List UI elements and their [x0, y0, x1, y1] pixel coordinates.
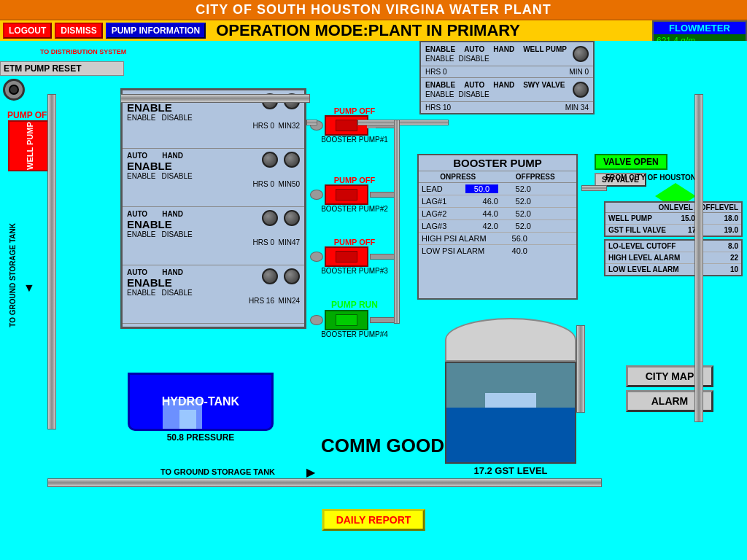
min-swy: MIN 34 — [565, 104, 589, 112]
well-pump-on: 15.0 — [681, 214, 694, 222]
enable-swy-enable: ENABLE — [425, 81, 455, 89]
bp4-status: PUMP RUN — [331, 300, 378, 310]
offlevel-header: OFFLEVEL — [700, 203, 738, 211]
booster-pump-4: PUMP RUN BOOSTER PUMP#4 — [310, 300, 399, 338]
lo-level-cutoff-label: LO-LEVEL CUTOFF — [608, 242, 676, 250]
bp4-body — [325, 310, 368, 330]
page-title: CITY OF SOUTH HOUSTON VIRGINA WATER PLAN… — [196, 2, 551, 18]
hydro-tank-label: HYDRO-TANK — [162, 395, 239, 408]
bp2-status: PUMP OFF — [334, 176, 376, 184]
bp1-status: PUMP OFF — [334, 106, 376, 115]
well-pump-section: PUMP OFF WELL PUMP — [7, 110, 53, 171]
high-psi-val: 56.0 — [495, 234, 527, 243]
min-4: MIN24 — [279, 297, 300, 305]
pump-control-panel: AUTO HAND ENABLE ENABLE DISABLE HRS 0 MI… — [120, 88, 306, 329]
lag2-val1: 44.0 — [465, 209, 498, 218]
min-1: MIN32 — [279, 122, 300, 130]
min-2: MIN50 — [279, 180, 300, 188]
knob-3[interactable] — [262, 210, 278, 226]
pump-row-2: AUTO HAND ENABLE ENABLE DISABLE HRS 0 MI… — [123, 149, 304, 207]
hand-wp: HAND — [493, 45, 514, 53]
onlevel-header: ONLEVEL — [659, 203, 693, 211]
pipe-bottom-h — [47, 478, 602, 487]
disable-btn-2[interactable]: DISABLE — [161, 172, 192, 180]
lead-label: LEAD — [422, 184, 465, 193]
logout-button[interactable]: LOGOUT — [3, 23, 52, 39]
swy-valve-label: SWY VALVE — [523, 81, 565, 89]
pipe-booster-right — [357, 120, 449, 125]
gst-water-fill — [446, 408, 575, 462]
knob-4b[interactable] — [284, 268, 300, 284]
enable-swy-btn[interactable]: ENABLE — [425, 90, 454, 98]
hand-swy: HAND — [493, 81, 514, 89]
booster-data-title: BOOSTER PUMP — [419, 155, 576, 171]
disable-btn-1[interactable]: DISABLE — [161, 114, 192, 122]
lag1-val2: 52.0 — [498, 197, 531, 206]
knob-4[interactable] — [262, 268, 278, 284]
second-bar: LOGOUT DISMISS PUMP INFORMATION OPERATIO… — [0, 20, 652, 41]
offpress-header: OFFPRESS — [516, 173, 555, 181]
level-panel: ONLEVEL OFFLEVEL WELL PUMP 15.0 18.0 GST… — [604, 201, 743, 237]
enable-btn-1[interactable]: ENABLE — [127, 114, 155, 122]
knob-wp[interactable] — [573, 46, 589, 62]
disable-btn-4[interactable]: DISABLE — [161, 289, 192, 297]
hydro-tank-body: HYDRO-TANK — [128, 373, 274, 431]
high-level-alarm-label: HIGH LEVEL ALARM — [608, 254, 680, 262]
enable-btn-2[interactable]: ENABLE — [127, 172, 155, 180]
pump-row-3: AUTO HAND ENABLE ENABLE DISABLE HRS 0 MI… — [123, 207, 304, 265]
well-pump-label: WELL PUMP — [26, 122, 34, 170]
low-psi-label: LOW PSI ALARM — [422, 246, 495, 255]
hydro-pressure: 50.8 PRESSURE — [128, 432, 274, 443]
pump-row-4: AUTO HAND ENABLE ENABLE DISABLE HRS 16 M… — [123, 265, 304, 324]
pipe-city-1 — [581, 185, 607, 191]
gst-water-light — [485, 393, 536, 408]
etm-label: ETM PUMP RESET — [0, 61, 124, 76]
enable-btn-3[interactable]: ENABLE — [127, 230, 155, 238]
auto-label-3: AUTO — [127, 210, 147, 218]
pump-info-button[interactable]: PUMP INFORMATION — [106, 23, 206, 39]
enable-label-3: ENABLE — [127, 218, 193, 230]
gst-tank-body — [445, 362, 576, 464]
hrs-3: HRS 0 — [253, 238, 274, 246]
gst-fill-level-label: GST FILL VALVE — [608, 226, 666, 234]
knob-2[interactable] — [262, 152, 278, 168]
daily-report-button[interactable]: DAILY REPORT — [322, 509, 425, 531]
well-pump-label-top: WELL PUMP — [523, 45, 567, 53]
dismiss-button[interactable]: DISMISS — [55, 23, 102, 39]
booster-pump-2: PUMP OFF BOOSTER PUMP#2 — [310, 176, 399, 213]
knob-3b[interactable] — [284, 210, 300, 226]
gst-level: 17.2 GST LEVEL — [445, 465, 576, 476]
flowmeter-title: FLOWMETER — [654, 22, 746, 34]
lo-level-cutoff-val: 8.0 — [728, 242, 738, 250]
bp1-name: BOOSTER PUMP#1 — [321, 136, 388, 144]
alarm-levels-panel: LO-LEVEL CUTOFF 8.0 HIGH LEVEL ALARM 22 … — [604, 239, 743, 276]
to-distribution-label: TO DISTRIBUTION SYSTEM — [40, 48, 126, 55]
hrs-2: HRS 0 — [253, 180, 274, 188]
enable-btn-4[interactable]: ENABLE — [127, 289, 155, 297]
disable-btn-3[interactable]: DISABLE — [161, 230, 192, 238]
disable-wp-btn[interactable]: DISABLE — [458, 55, 489, 63]
header-bar: CITY OF SOUTH HOUSTON VIRGINA WATER PLAN… — [0, 0, 747, 20]
from-city-label: FROM CITY OF HOUSTON — [605, 174, 696, 182]
knob-2b[interactable] — [284, 152, 300, 168]
enable-swy-auto: AUTO — [464, 81, 484, 89]
enable-wp-auto: AUTO — [464, 45, 484, 53]
high-level-alarm-val: 22 — [730, 254, 738, 262]
knob-swy[interactable] — [573, 82, 589, 98]
enable-wp-enable: ENABLE — [425, 45, 455, 53]
bp4-name: BOOSTER PUMP#4 — [321, 330, 388, 338]
pipe-left-v — [47, 94, 56, 429]
min-wp: MIN 0 — [569, 68, 589, 76]
disable-swy-btn[interactable]: DISABLE — [458, 90, 489, 98]
bp3-body — [325, 246, 368, 267]
hrs-1: HRS 0 — [253, 122, 274, 130]
bp2-name: BOOSTER PUMP#2 — [321, 205, 388, 213]
etm-reset-button[interactable] — [3, 79, 25, 101]
lead-val2: 52.0 — [498, 184, 531, 193]
bp3-status: PUMP OFF — [334, 238, 376, 246]
hrs-4: HRS 16 — [249, 297, 274, 305]
lag3-val1: 42.0 — [465, 222, 498, 230]
enable-wp-btn[interactable]: ENABLE — [425, 55, 454, 63]
pipe-gst-right — [576, 325, 585, 413]
high-psi-label: HIGH PSI ALARM — [422, 234, 495, 243]
